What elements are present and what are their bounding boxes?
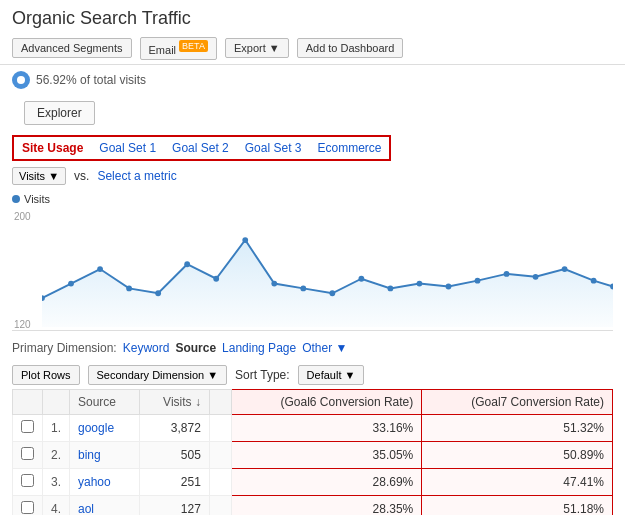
- source-link[interactable]: aol: [78, 502, 94, 515]
- table-row: 1. google 3,872 33.16% 51.32%: [13, 414, 613, 441]
- row-visits: 3,872: [140, 414, 210, 441]
- th-goal7: (Goal7 Conversion Rate): [422, 389, 613, 414]
- row-goal7: 51.18%: [422, 495, 613, 515]
- sort-type-label: Sort Type:: [235, 368, 289, 382]
- y-min: 120: [14, 319, 31, 330]
- row-goal7: 51.32%: [422, 414, 613, 441]
- dim-other[interactable]: Other ▼: [302, 341, 347, 355]
- dim-source[interactable]: Source: [175, 341, 216, 355]
- explorer-tab[interactable]: Explorer: [24, 101, 95, 125]
- svg-point-5: [126, 285, 132, 291]
- data-table: Source Visits ↓ (Goal6 Conversion Rate) …: [12, 389, 613, 515]
- table-row: 4. aol 127 28.35% 51.18%: [13, 495, 613, 515]
- vs-label: vs.: [74, 169, 89, 183]
- toolbar: Advanced Segments Email BETA Export ▼ Ad…: [0, 33, 625, 65]
- metric-controls: Visits ▼ vs. Select a metric: [0, 161, 625, 191]
- advanced-segments-button[interactable]: Advanced Segments: [12, 38, 132, 58]
- row-checkbox[interactable]: [13, 468, 43, 495]
- chart-svg: [42, 211, 613, 327]
- row-source: bing: [70, 441, 140, 468]
- table-row: 2. bing 505 35.05% 50.89%: [13, 441, 613, 468]
- visits-summary: 56.92% of total visits: [0, 65, 625, 95]
- table-row: 3. yahoo 251 28.69% 47.41%: [13, 468, 613, 495]
- dim-keyword[interactable]: Keyword: [123, 341, 170, 355]
- select-metric-link[interactable]: Select a metric: [97, 169, 176, 183]
- svg-point-13: [358, 275, 364, 281]
- chart-area: 200 120: [12, 211, 613, 331]
- row-source: google: [70, 414, 140, 441]
- source-link[interactable]: yahoo: [78, 475, 111, 489]
- sort-default-button[interactable]: Default ▼: [298, 365, 365, 385]
- tab-ecommerce[interactable]: Ecommerce: [309, 137, 389, 159]
- svg-point-17: [475, 277, 481, 283]
- tab-goal-set-1[interactable]: Goal Set 1: [91, 137, 164, 159]
- chart-legend: Visits: [0, 191, 625, 207]
- svg-point-3: [68, 280, 74, 286]
- plot-rows-button[interactable]: Plot Rows: [12, 365, 80, 385]
- sort-arrow: ↓: [195, 395, 201, 409]
- add-to-dashboard-button[interactable]: Add to Dashboard: [297, 38, 404, 58]
- row-visits: 127: [140, 495, 210, 515]
- tab-site-usage[interactable]: Site Usage: [14, 137, 91, 159]
- row-goal6: 28.69%: [231, 468, 422, 495]
- primary-dim-label: Primary Dimension:: [12, 341, 117, 355]
- row-spacer: [209, 414, 231, 441]
- row-num: 2.: [43, 441, 70, 468]
- export-button[interactable]: Export ▼: [225, 38, 289, 58]
- row-goal7: 50.89%: [422, 441, 613, 468]
- source-link[interactable]: bing: [78, 448, 101, 462]
- svg-point-9: [242, 237, 248, 243]
- visits-percent: 56.92% of total visits: [36, 73, 146, 87]
- row-visits: 505: [140, 441, 210, 468]
- row-visits: 251: [140, 468, 210, 495]
- row-num: 3.: [43, 468, 70, 495]
- primary-dimension: Primary Dimension: Keyword Source Landin…: [0, 335, 625, 361]
- row-checkbox[interactable]: [13, 441, 43, 468]
- row-source: yahoo: [70, 468, 140, 495]
- svg-point-19: [533, 274, 539, 280]
- email-button[interactable]: Email BETA: [140, 37, 217, 60]
- svg-point-16: [446, 283, 452, 289]
- tab-goal-set-2[interactable]: Goal Set 2: [164, 137, 237, 159]
- row-num: 4.: [43, 495, 70, 515]
- y-max: 200: [14, 211, 31, 222]
- table-controls: Plot Rows Secondary Dimension ▼ Sort Typ…: [0, 361, 625, 389]
- row-goal6: 28.35%: [231, 495, 422, 515]
- th-checkbox: [13, 389, 43, 414]
- row-spacer: [209, 441, 231, 468]
- visits-dropdown[interactable]: Visits ▼: [12, 167, 66, 185]
- th-source: Source: [70, 389, 140, 414]
- row-source: aol: [70, 495, 140, 515]
- page-title: Organic Search Traffic: [0, 0, 625, 33]
- th-num: [43, 389, 70, 414]
- chart-dot: [12, 195, 20, 203]
- svg-point-4: [97, 266, 103, 272]
- svg-marker-1: [42, 240, 613, 327]
- svg-point-20: [562, 266, 568, 272]
- visits-icon: [12, 71, 30, 89]
- svg-point-14: [388, 285, 394, 291]
- chart-legend-label: Visits: [24, 193, 50, 205]
- data-table-wrapper: Source Visits ↓ (Goal6 Conversion Rate) …: [12, 389, 613, 515]
- row-spacer: [209, 468, 231, 495]
- source-link[interactable]: google: [78, 421, 114, 435]
- svg-point-18: [504, 271, 510, 277]
- row-goal6: 35.05%: [231, 441, 422, 468]
- th-spacer: [209, 389, 231, 414]
- beta-badge: BETA: [179, 40, 208, 52]
- svg-point-15: [417, 280, 423, 286]
- row-spacer: [209, 495, 231, 515]
- svg-point-7: [184, 261, 190, 267]
- row-goal6: 33.16%: [231, 414, 422, 441]
- tab-goal-set-3[interactable]: Goal Set 3: [237, 137, 310, 159]
- secondary-dimension-button[interactable]: Secondary Dimension ▼: [88, 365, 228, 385]
- dim-landing-page[interactable]: Landing Page: [222, 341, 296, 355]
- svg-point-10: [271, 280, 277, 286]
- svg-point-11: [300, 285, 306, 291]
- y-axis: 200 120: [12, 211, 33, 330]
- th-visits: Visits ↓: [140, 389, 210, 414]
- row-checkbox[interactable]: [13, 414, 43, 441]
- th-goal6: (Goal6 Conversion Rate): [231, 389, 422, 414]
- row-checkbox[interactable]: [13, 495, 43, 515]
- svg-point-0: [17, 76, 25, 84]
